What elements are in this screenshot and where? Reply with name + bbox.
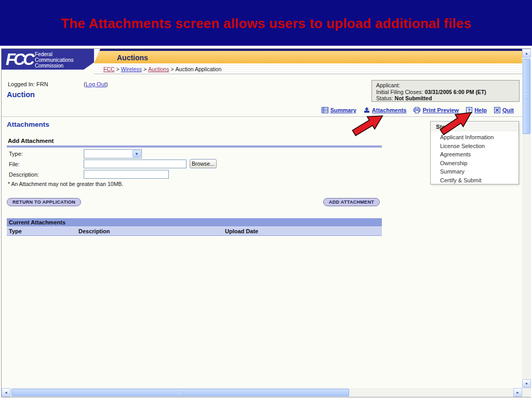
horizontal-scrollbar[interactable]: ◄ ►	[2, 388, 522, 397]
size-limit-note: * An Attachment may not be greater than …	[8, 181, 123, 187]
vertical-scrollbar[interactable]: ▲ ▼	[522, 49, 531, 388]
type-label: Type:	[9, 151, 23, 157]
horizontal-scrollbar-thumb[interactable]	[11, 389, 349, 396]
breadcrumb-strip: FCC>Wireless>Auctions>Auction Applicatio…	[94, 63, 522, 74]
fcc-logo-text: Federal Communications Commission	[35, 51, 73, 69]
red-arrow-help	[437, 108, 478, 137]
scrollbar-corner	[522, 388, 531, 397]
breadcrumb-link-fcc[interactable]: FCC	[103, 66, 115, 72]
breadcrumb-link-auctions[interactable]: Auctions	[148, 66, 169, 72]
application-window: FCC Federal Communications Commission Au…	[1, 48, 531, 397]
section-rule	[7, 145, 382, 148]
applicant-label: Applicant:	[376, 82, 515, 89]
app-title: Auctions	[117, 54, 148, 62]
column-description: Description	[78, 228, 110, 234]
add-attachment-button[interactable]: ADD ATTACHMENT	[323, 198, 380, 206]
column-type: Type	[9, 228, 22, 234]
slide-title: The Attachments screen allows users to u…	[0, 16, 532, 32]
fcc-logo-block: FCC Federal Communications Commission	[2, 49, 94, 70]
breadcrumb-link-wireless[interactable]: Wireless	[121, 66, 142, 72]
breadcrumb-separator: >	[115, 66, 121, 72]
browse-button[interactable]: Browse...	[190, 159, 217, 168]
current-attachments-title: Current Attachments	[7, 218, 382, 227]
vertical-scrollbar-thumb[interactable]	[523, 59, 530, 134]
fcc-logo-line1: Federal	[35, 51, 73, 57]
logged-in-label: Logged In: FRN	[8, 81, 48, 87]
attachments-heading: Attachments	[7, 121, 49, 128]
logout-wrap: (Log Out)	[84, 81, 108, 87]
file-input[interactable]	[84, 159, 187, 168]
chevron-down-icon[interactable]: ▼	[132, 150, 141, 157]
page-content: FCC Federal Communications Commission Au…	[2, 49, 522, 389]
description-input[interactable]	[84, 170, 169, 179]
fcc-logo-line2: Communications	[35, 57, 73, 63]
filing-closes-row: Initial Filing Closes: 03/31/2005 6:00 P…	[376, 89, 515, 96]
fcc-logo: FCC	[6, 50, 33, 69]
page-title: Auction	[7, 90, 35, 99]
step-summary[interactable]: Summary	[440, 167, 518, 176]
step-agreements[interactable]: Agreements	[440, 150, 518, 159]
return-to-application-button[interactable]: RETURN TO APPLICATION	[7, 198, 81, 206]
slide: The Attachments screen allows users to u…	[0, 0, 532, 399]
current-attachments-table: Current Attachments Type Description Upl…	[7, 218, 382, 236]
scroll-left-icon[interactable]: ◄	[2, 388, 10, 397]
type-select[interactable]: ▼	[84, 149, 142, 158]
status-row: Status: Not Submitted	[376, 95, 515, 102]
scroll-down-icon[interactable]: ▼	[522, 379, 531, 388]
filing-closes-label: Initial Filing Closes:	[376, 89, 424, 95]
logout-link[interactable]: Log Out	[86, 81, 106, 87]
quit-link[interactable]: Quit	[494, 107, 514, 113]
scroll-right-icon[interactable]: ►	[513, 388, 522, 397]
step-ownership[interactable]: Ownership	[440, 159, 518, 168]
description-label: Description:	[9, 171, 39, 178]
step-license-selection[interactable]: License Selection	[440, 142, 518, 151]
quit-label: Quit	[502, 107, 514, 113]
breadcrumb-separator: >	[142, 66, 148, 72]
steps-list: Applicant Information License Selection …	[431, 132, 518, 184]
column-upload-date: Upload Date	[225, 228, 258, 234]
breadcrumb-separator: >	[169, 66, 175, 72]
app-title-bar: Auctions	[94, 49, 522, 63]
applicant-info-box: Applicant: Initial Filing Closes: 03/31/…	[371, 80, 520, 102]
add-attachment-heading: Add Attachment	[8, 138, 54, 144]
table-header-row: Type Description Upload Date	[7, 227, 382, 236]
filing-closes-value: 03/31/2005 6:00 PM (ET)	[424, 89, 486, 95]
printer-icon	[414, 107, 420, 113]
fcc-logo-line3: Commission	[35, 63, 73, 69]
red-arrow-attachments	[349, 110, 390, 138]
status-label: Status:	[376, 95, 395, 101]
status-value: Not Submitted	[395, 95, 432, 101]
breadcrumb: FCC>Wireless>Auctions>Auction Applicatio…	[103, 66, 221, 72]
summary-grid-icon	[322, 107, 328, 113]
step-certify-submit[interactable]: Certify & Submit	[440, 176, 518, 185]
paren: )	[106, 81, 108, 87]
file-label: File:	[9, 161, 20, 167]
breadcrumb-current: Auction Application	[176, 66, 222, 72]
slide-title-band: The Attachments screen allows users to u…	[0, 0, 532, 46]
scroll-up-icon[interactable]: ▲	[522, 49, 531, 58]
quit-x-icon	[494, 107, 500, 113]
